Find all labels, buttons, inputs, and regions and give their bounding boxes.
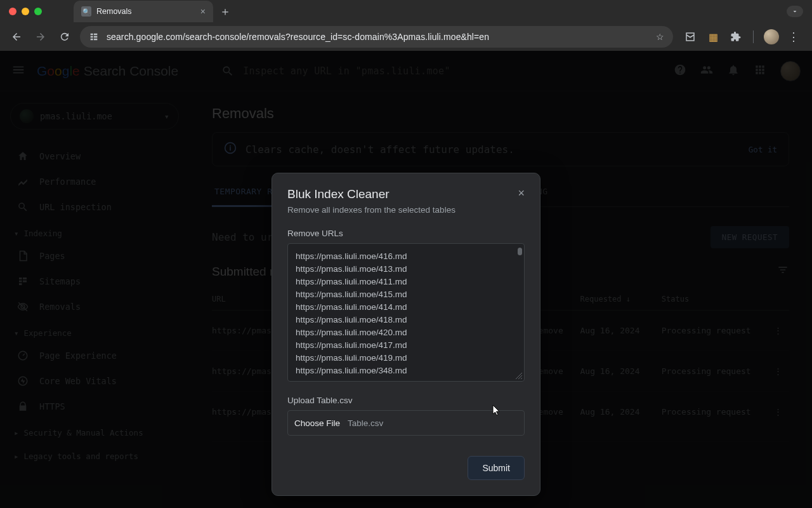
browser-chrome: 🔍 Removals × ＋ search.google.com/search-…: [0, 0, 812, 51]
choose-file-button[interactable]: Choose File: [294, 418, 340, 428]
url-line: https://pmas.liuli.moe/419.md: [296, 352, 516, 364]
remove-urls-textarea[interactable]: https://pmas.liuli.moe/416.mdhttps://pma…: [287, 243, 525, 382]
minimize-window-icon[interactable]: [22, 8, 29, 15]
file-input[interactable]: Choose File Table.csv: [287, 410, 525, 436]
url-line: https://pmas.liuli.moe/418.md: [296, 314, 516, 326]
browser-toolbar: search.google.com/search-console/removal…: [0, 23, 812, 51]
address-bar[interactable]: search.google.com/search-console/removal…: [80, 26, 673, 48]
new-tab-button[interactable]: ＋: [219, 4, 231, 19]
browser-menu-button[interactable]: ⋮: [788, 30, 801, 44]
reload-button[interactable]: [56, 28, 74, 46]
url-line: https://pmas.liuli.moe/417.md: [296, 339, 516, 352]
forward-button[interactable]: [32, 28, 49, 46]
browser-tab[interactable]: 🔍 Removals ×: [74, 1, 213, 22]
url-line: https://pmas.liuli.moe/348.md: [296, 364, 516, 377]
window-controls: [9, 8, 42, 15]
url-line: https://pmas.liuli.moe/420.md: [296, 326, 516, 339]
tab-title: Removals: [96, 7, 132, 16]
url-line: https://pmas.liuli.moe/415.md: [296, 288, 516, 301]
modal-title: Bluk Index Cleaner: [287, 187, 455, 201]
url-line: https://pmas.liuli.moe/416.md: [296, 250, 516, 263]
url-line: https://pmas.liuli.moe/413.md: [296, 263, 516, 276]
bulk-index-cleaner-modal: Bluk Index Cleaner Remove all indexes fr…: [272, 173, 540, 496]
extensions-area: ▦ ⋮: [679, 29, 804, 44]
extension-icon[interactable]: ▦: [706, 30, 720, 44]
app-viewport: Google Search Console pmas.liuli.moe ▾ O…: [0, 51, 812, 508]
titlebar: 🔍 Removals × ＋: [0, 0, 812, 23]
favicon-icon: 🔍: [81, 6, 91, 17]
puzzle-extension-icon[interactable]: [729, 30, 743, 44]
url-line: https://pmas.liuli.moe/411.md: [296, 276, 516, 288]
close-tab-icon[interactable]: ×: [200, 6, 206, 17]
url-text: search.google.com/search-console/removal…: [107, 32, 648, 42]
selected-filename: Table.csv: [348, 418, 383, 428]
tabsearch-button[interactable]: [787, 6, 803, 17]
tabstrip: 🔍 Removals × ＋: [74, 1, 231, 22]
scrollbar-thumb[interactable]: [518, 248, 522, 255]
remove-urls-label: Remove URLs: [287, 229, 525, 238]
bookmark-star-icon[interactable]: ☆: [656, 32, 664, 42]
close-icon[interactable]: ×: [518, 187, 525, 199]
back-button[interactable]: [8, 28, 25, 46]
toolbar-divider: [753, 30, 754, 43]
fullscreen-window-icon[interactable]: [34, 8, 42, 15]
mail-extension-icon[interactable]: [683, 30, 697, 44]
resize-grip-icon[interactable]: [515, 372, 523, 380]
profile-avatar[interactable]: [764, 29, 779, 44]
upload-label: Upload Table.csv: [287, 396, 525, 405]
modal-subtitle: Remove all indexes from the selected tab…: [287, 205, 455, 215]
url-line: https://pmas.liuli.moe/414.md: [296, 301, 516, 314]
site-controls-icon[interactable]: [89, 32, 99, 42]
close-window-icon[interactable]: [9, 8, 16, 15]
submit-button[interactable]: Submit: [468, 456, 525, 480]
